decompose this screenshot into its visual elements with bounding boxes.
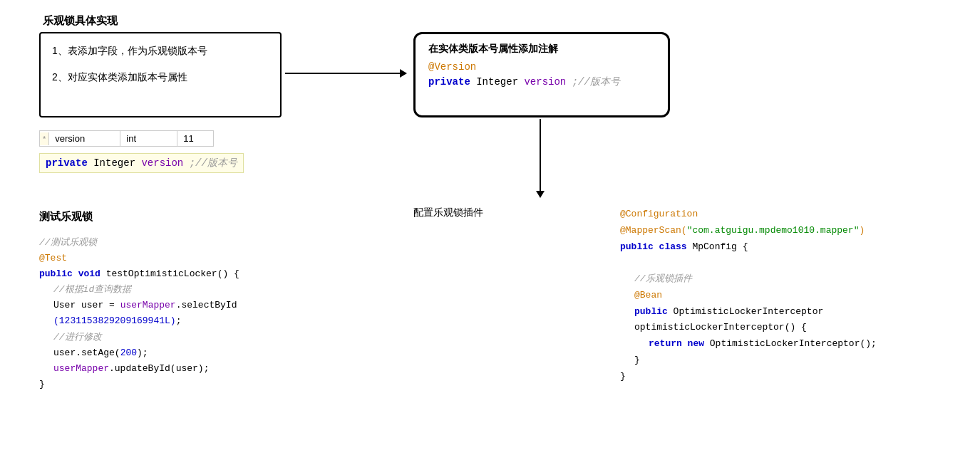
config-method-line2: optimisticLockerInterceptor() { [620, 320, 877, 336]
step-1: 1、表添加字段，作为乐观锁版本号 [52, 43, 269, 58]
test-close: } [39, 377, 239, 392]
page-title: 乐观锁具体实现 [43, 14, 118, 28]
code-snippet: private Integer version ;//版本号 [39, 153, 244, 173]
config-section-label: 配置乐观锁插件 [413, 207, 483, 219]
config-annotation1: @Configuration [620, 207, 877, 223]
test-line2b: (1231153829209169941L); [39, 313, 239, 329]
test-line3: user.setAge(200); [39, 345, 239, 361]
test-line2: User user = userMapper.selectById [39, 298, 239, 313]
db-field-length: 11 [177, 131, 213, 146]
integer-text: Integer [476, 76, 524, 88]
test-section-title: 测试乐观锁 [39, 210, 93, 224]
config-bean-annotation: @Bean [620, 288, 877, 304]
config-close1: } [620, 352, 877, 369]
arrow-right-icon [285, 73, 406, 74]
test-comment3: //进行修改 [39, 330, 239, 345]
db-field-name: version [49, 131, 120, 146]
annotation-private-line: private Integer version ;//版本号 [428, 75, 655, 88]
version-variable: version [524, 76, 566, 88]
annotation-box-title: 在实体类版本号属性添加注解 [428, 43, 655, 56]
annotation-version-line: @Version [428, 61, 655, 73]
config-comment1: //乐观锁插件 [620, 271, 877, 288]
test-line1: public void testOptimisticLocker() { [39, 266, 239, 282]
annotation-box: 在实体类版本号属性添加注解 @Version private Integer v… [413, 32, 670, 117]
step-2: 2、对应实体类添加版本号属性 [52, 70, 269, 85]
test-line4: userMapper.updateById(user); [39, 361, 239, 377]
config-annotation2: @MapperScan("com.atguigu.mpdemo1010.mapp… [620, 223, 877, 239]
arrow-down-icon [540, 119, 541, 197]
db-field-type: int [120, 131, 177, 146]
at-version-annotation: @Version [428, 61, 476, 73]
test-annotation: @Test [39, 251, 239, 266]
snippet-private-keyword: private [46, 157, 88, 169]
config-class-line: public class MpConfig { [620, 239, 877, 256]
config-close2: } [620, 369, 877, 385]
config-return-line: return new OptimisticLockerInterceptor()… [620, 336, 877, 352]
db-table-row: * version int 11 [39, 130, 214, 147]
snippet-integer-text: Integer [93, 157, 141, 169]
config-method-line1: public OptimisticLockerInterceptor [620, 304, 877, 320]
snippet-version-var: version [141, 157, 183, 169]
config-empty [620, 255, 877, 271]
snippet-comment: ;//版本号 [190, 157, 237, 169]
config-code-block: @Configuration @MapperScan("com.atguigu.… [620, 207, 877, 385]
private-keyword: private [428, 76, 470, 88]
test-code-block: //测试乐观锁 @Test public void testOptimistic… [39, 235, 239, 392]
steps-box: 1、表添加字段，作为乐观锁版本号 2、对应实体类添加版本号属性 [39, 32, 282, 117]
version-comment: ;//版本号 [572, 76, 620, 88]
test-comment1: //测试乐观锁 [39, 235, 239, 251]
db-key-symbol: * [40, 132, 49, 145]
test-comment2: //根据id查询数据 [39, 282, 239, 298]
